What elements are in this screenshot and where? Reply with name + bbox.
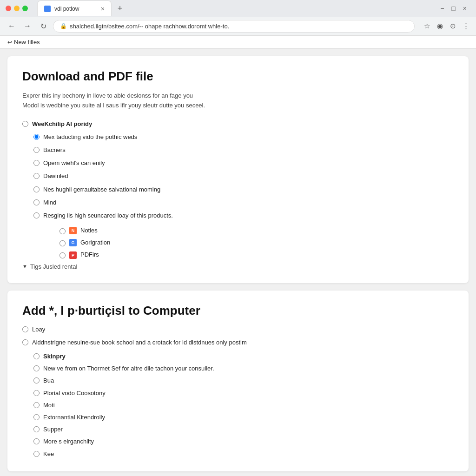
- nested-item-noties[interactable]: N Noties: [60, 226, 454, 235]
- nested-item-gorigration[interactable]: G Gorigration: [60, 238, 454, 247]
- card1-title: Download and PDF file: [22, 69, 454, 84]
- card2-sub-options: Skinpry New ve from on Thormet Sef for a…: [33, 352, 454, 458]
- card2-moti-radio[interactable]: [33, 402, 40, 408]
- card1-opt3[interactable]: Opem wiehl's can enily: [33, 159, 454, 167]
- lock-icon: 🔒: [60, 23, 67, 29]
- card2-new-radio[interactable]: [33, 365, 40, 371]
- card2-loay-label: Loay: [32, 325, 45, 334]
- card1-main-radio-label: WeeKchilip AI poridy: [32, 120, 92, 128]
- account-icon[interactable]: ⊙: [448, 21, 457, 31]
- card2-sub-skinpry[interactable]: Skinpry: [33, 352, 454, 361]
- card1-opt6-input[interactable]: [33, 199, 40, 205]
- new-files-label: New filles: [14, 39, 40, 46]
- card1-opt1-label: Mex taducting vido the pothic weds: [43, 133, 137, 141]
- window-close-icon[interactable]: ×: [463, 5, 467, 12]
- address-bar-actions: ☆ ◉ ⊙ ⋮: [422, 21, 470, 31]
- gorigration-label: Gorigration: [80, 238, 110, 247]
- card2-opt-loay[interactable]: Loay: [22, 325, 454, 334]
- reload-button[interactable]: ↻: [37, 20, 49, 32]
- card2-sub-plorial[interactable]: Plorial vodo Coosotony: [33, 389, 454, 397]
- close-window-button[interactable]: [6, 6, 11, 11]
- card1-opt1[interactable]: Mex taducting vido the pothic weds: [33, 133, 454, 141]
- nested-gorigration-radio[interactable]: [60, 240, 66, 246]
- card1-opt2-input[interactable]: [33, 147, 40, 153]
- card1-main-radio-input[interactable]: [22, 121, 28, 127]
- card2-kee-radio[interactable]: [33, 451, 40, 457]
- card2-aldd-label: Alddnstrigne nesuine·sue book school and…: [32, 338, 247, 347]
- card1-opt4[interactable]: Dawinled: [33, 172, 454, 180]
- card1-opt6-label: Mind: [43, 198, 56, 207]
- card2-extornantial-label: Extornantial Kitendrolly: [43, 413, 105, 422]
- card2-moti-label: Moti: [43, 401, 55, 410]
- card1-opt7-input[interactable]: [33, 212, 40, 218]
- card1-desc: Exprer this iny bechony in llove to able…: [22, 91, 454, 111]
- card2-sub-new[interactable]: New ve from on Thormet Sef for altre dil…: [33, 364, 454, 373]
- card1-opt1-input[interactable]: [33, 134, 40, 140]
- noties-file-icon: N: [69, 227, 77, 234]
- noties-label: Noties: [80, 226, 98, 235]
- back-arrow-icon: ↩: [7, 39, 12, 46]
- card1-opt7[interactable]: Resging lis high seuncared loay of this …: [33, 212, 454, 220]
- card2-sub-more[interactable]: More s elrganchilty: [33, 437, 454, 446]
- card1-sub-options: Mex taducting vido the pothic weds Bacne…: [33, 133, 454, 259]
- card2-loay-radio[interactable]: [22, 326, 28, 332]
- back-button[interactable]: ←: [6, 20, 18, 32]
- new-files-button[interactable]: ↩ New filles: [7, 39, 40, 46]
- card2-supper-radio[interactable]: [33, 426, 40, 432]
- card2-sub-extornantial[interactable]: Extornantial Kitendrolly: [33, 413, 454, 422]
- menu-icon[interactable]: ⋮: [461, 21, 470, 31]
- nested-item-pdffirs[interactable]: P PDFirs: [60, 251, 454, 259]
- collapse-label: Tigs Jusled rental: [30, 263, 77, 270]
- card1-opt2[interactable]: Bacners: [33, 146, 454, 154]
- card2-skinpry-label: Skinpry: [43, 352, 66, 361]
- card1-opt3-input[interactable]: [33, 160, 40, 166]
- tab-close-button[interactable]: ×: [101, 6, 105, 12]
- minimize-window-button[interactable]: [14, 6, 20, 11]
- card1-opt5[interactable]: Nes hughil gerraultabse salvational momi…: [33, 185, 454, 194]
- card2-sub-bua[interactable]: Bua: [33, 377, 454, 385]
- card1-main-radio-group: WeeKchilip AI poridy Mex taducting vido …: [22, 120, 454, 259]
- card1-nested-file-group: N Noties G Gorigration P PDFirs: [60, 226, 454, 259]
- card2-extornantial-radio[interactable]: [33, 414, 40, 420]
- card2-opt-aldd[interactable]: Alddnstrigne nesuine·sue book school and…: [22, 338, 454, 347]
- page-toolbar: ↩ New filles: [0, 36, 476, 49]
- card2-title: Add *, l p·burtiçisl to Computer: [22, 304, 454, 318]
- card1-opt5-input[interactable]: [33, 186, 40, 192]
- forward-button[interactable]: →: [21, 20, 33, 32]
- browser-tab[interactable]: vdl potlow ×: [37, 0, 112, 16]
- card1-opt4-input[interactable]: [33, 173, 40, 179]
- card2-sub-moti[interactable]: Moti: [33, 401, 454, 410]
- nested-noties-radio[interactable]: [60, 228, 66, 234]
- card2-sub-supper[interactable]: Supper: [33, 425, 454, 434]
- pdffirs-file-icon: P: [69, 251, 77, 259]
- maximize-window-button[interactable]: [22, 6, 28, 11]
- card2-more-radio[interactable]: [33, 438, 40, 444]
- gorigration-file-icon: G: [69, 239, 77, 246]
- window-minimize-icon[interactable]: −: [440, 5, 444, 12]
- collapse-row[interactable]: ▼ Tigs Jusled rental: [22, 263, 454, 270]
- address-bar[interactable]: 🔒 shalched.ilgtn/bsitee.com/-- ohape rac…: [53, 20, 415, 33]
- card2-supper-label: Supper: [43, 425, 63, 434]
- card1-opt4-label: Dawinled: [43, 172, 68, 180]
- instagram-icon[interactable]: ◉: [435, 21, 444, 31]
- card1-opt6[interactable]: Mind: [33, 198, 454, 207]
- tab-favicon-icon: [44, 6, 51, 12]
- add-computer-card: Add *, l p·burtiçisl to Computer Loay Al…: [7, 291, 469, 471]
- card2-sub-kee[interactable]: Kee: [33, 450, 454, 458]
- window-maximize-icon[interactable]: □: [451, 5, 455, 12]
- card2-plorial-label: Plorial vodo Coosotony: [43, 389, 106, 397]
- nested-pdffirs-radio[interactable]: [60, 252, 66, 258]
- page-content: Download and PDF file Exprer this iny be…: [0, 49, 476, 476]
- tab-bar: vdl potlow × +: [33, 0, 130, 16]
- card2-aldd-radio[interactable]: [22, 339, 28, 345]
- card2-plorial-radio[interactable]: [33, 390, 40, 396]
- card1-main-radio[interactable]: WeeKchilip AI poridy: [22, 120, 454, 128]
- card1-opt2-label: Bacners: [43, 146, 66, 154]
- new-tab-button[interactable]: +: [113, 2, 126, 15]
- card2-skinpry-radio[interactable]: [33, 353, 40, 359]
- tab-title: vdl potlow: [54, 6, 97, 12]
- url-text: shalched.ilgtn/bsitee.com/-- ohape rachh…: [70, 23, 229, 30]
- card2-bua-radio[interactable]: [33, 377, 40, 383]
- address-bar-row: ← → ↻ 🔒 shalched.ilgtn/bsitee.com/-- oha…: [0, 17, 476, 35]
- bookmark-icon[interactable]: ☆: [422, 21, 431, 31]
